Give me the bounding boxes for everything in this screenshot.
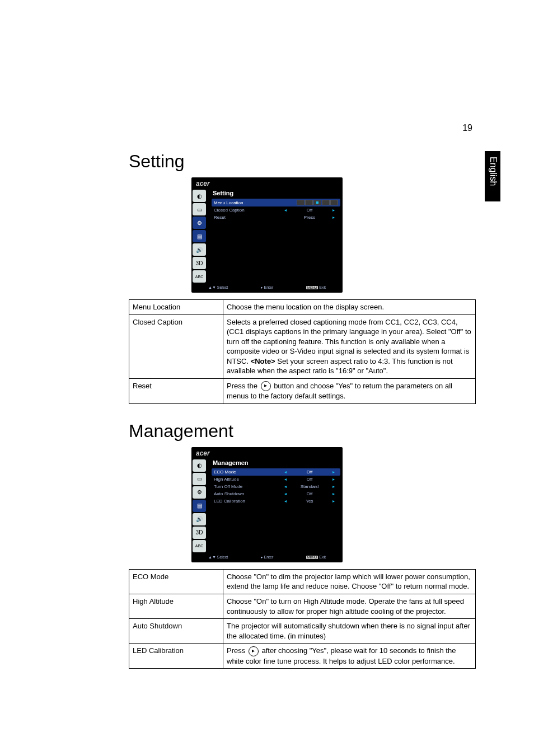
right-arrow-icon: ▸ <box>329 499 338 504</box>
language-icon: ABC <box>193 270 206 283</box>
osd-title: Managemen <box>212 458 340 468</box>
cell-desc: Selects a preferred closed captioning mo… <box>223 314 476 378</box>
left-arrow-icon: ◂ <box>281 477 290 482</box>
right-arrow-icon: ▸ <box>329 208 338 213</box>
color-wheel-icon: ◐ <box>193 459 206 472</box>
section-heading-management: Management <box>129 421 484 442</box>
table-row: Auto Shutdown The projector will automat… <box>129 619 476 644</box>
page-number: 19 <box>462 123 472 133</box>
language-tab: English <box>485 151 500 201</box>
text: Press the <box>227 382 260 390</box>
cell-desc: Choose the menu location on the display … <box>223 300 476 315</box>
osd-footer-select: ▲▼ Select <box>208 555 228 560</box>
note-label: <Note> <box>251 357 275 365</box>
cell-name: Auto Shutdown <box>129 619 223 644</box>
right-arrow-icon: ▸ <box>329 215 338 220</box>
osd-row-menu-location: Menu Location <box>212 199 340 206</box>
left-arrow-icon: ◂ <box>281 484 290 489</box>
osd-label: ECO Mode <box>214 469 281 475</box>
osd-footer: ▲▼ Select ▸ Enter MENUExit <box>191 284 343 290</box>
osd-row-eco: ECO Mode ◂ Off ▸ <box>212 468 340 476</box>
table-row: Closed Caption Selects a preferred close… <box>129 314 476 378</box>
osd-footer-select: ▲▼ Select <box>208 285 228 290</box>
language-icon: ABC <box>193 540 206 552</box>
osd-row-reset: Reset ◂ Press ▸ <box>212 214 340 221</box>
language-tab-label: English <box>488 157 498 186</box>
color-wheel-icon: ◐ <box>193 190 206 202</box>
osd-value: Standard <box>290 484 329 489</box>
settings-gear-icon: ⚙ <box>193 486 206 499</box>
osd-value: Off <box>290 208 329 213</box>
menu-location-icons <box>297 200 338 205</box>
osd-brand: acer <box>191 177 343 189</box>
osd-footer: ▲▼ Select ▸ Enter MENUExit <box>191 553 343 560</box>
left-arrow-icon: ◂ <box>281 491 290 496</box>
table-management: ECO Mode Choose "On" to dim the projecto… <box>129 569 476 669</box>
osd-footer-exit: MENUExit <box>306 555 326 560</box>
table-setting: Menu Location Choose the menu location o… <box>129 299 476 404</box>
cell-name: LED Calibration <box>129 644 223 669</box>
osd-sidebar: ◐ ▭ ⚙ ▤ 🔊 3D ABC <box>191 458 209 553</box>
osd-label: Closed Caption <box>214 208 281 213</box>
text: Press <box>227 646 247 655</box>
management-icon: ▤ <box>193 230 206 242</box>
cell-desc: Press ▸ after choosing "Yes", please wai… <box>223 644 476 669</box>
table-row: High Altitude Choose "On" to turn on Hig… <box>129 594 476 619</box>
right-arrow-icon: ▸ <box>329 469 338 475</box>
osd-value: Press <box>290 215 329 220</box>
osd-footer-enter: ▸ Enter <box>261 555 274 560</box>
osd-value: Off <box>290 469 329 475</box>
management-icon: ▤ <box>193 500 206 512</box>
table-row: Reset Press the ▸ button and choose "Yes… <box>129 378 476 403</box>
osd-sidebar: ◐ ▭ ⚙ ▤ 🔊 3D ABC <box>191 189 209 284</box>
left-arrow-icon: ◂ <box>281 469 290 475</box>
cell-desc: Choose "On" to dim the projector lamp wh… <box>223 569 476 594</box>
cell-desc: Choose "On" to turn on High Altitude mod… <box>223 594 476 619</box>
osd-footer-enter: ▸ Enter <box>261 285 274 290</box>
right-arrow-icon: ▸ <box>329 484 338 489</box>
cell-name: Reset <box>129 378 223 403</box>
osd-label: Menu Location <box>214 200 297 205</box>
osd-row-turn-off-mode: Turn Off Mode ◂ Standard ▸ <box>212 483 340 490</box>
osd-title: Setting <box>212 189 340 199</box>
osd-setting: acer ◐ ▭ ⚙ ▤ 🔊 3D ABC Setting Menu Locat… <box>191 177 343 293</box>
image-icon: ▭ <box>193 203 206 215</box>
image-icon: ▭ <box>193 473 206 485</box>
threed-icon: 3D <box>193 257 206 269</box>
cell-desc: The projector will automatically shutdow… <box>223 619 476 644</box>
section-heading-setting: Setting <box>129 151 484 172</box>
osd-management: acer ◐ ▭ ⚙ ▤ 🔊 3D ABC Managemen ECO Mode… <box>191 447 343 562</box>
cell-name: ECO Mode <box>129 569 223 594</box>
table-row: LED Calibration Press ▸ after choosing "… <box>129 644 476 669</box>
osd-brand: acer <box>191 447 343 458</box>
play-button-icon: ▸ <box>261 381 271 391</box>
threed-icon: 3D <box>193 527 206 539</box>
right-arrow-icon: ▸ <box>329 491 338 496</box>
osd-row-led-calibration: LED Calibration ◂ Yes ▸ <box>212 497 340 505</box>
osd-label: Reset <box>214 215 281 220</box>
osd-footer-exit: MENUExit <box>306 285 326 290</box>
cell-name: High Altitude <box>129 594 223 619</box>
audio-icon: 🔊 <box>193 243 206 256</box>
text: after choosing "Yes", please wait for 10… <box>227 646 456 665</box>
osd-row-auto-shutdown: Auto Shutdown ◂ Off ▸ <box>212 490 340 497</box>
osd-value: Off <box>290 491 329 496</box>
cell-desc: Press the ▸ button and choose "Yes" to r… <box>223 378 476 403</box>
osd-label: LED Calibration <box>214 499 281 504</box>
left-arrow-icon: ◂ <box>281 499 290 504</box>
right-arrow-icon: ▸ <box>329 477 338 482</box>
left-arrow-icon: ◂ <box>281 208 290 213</box>
osd-row-high-altitude: High Altitude ◂ Off ▸ <box>212 476 340 483</box>
audio-icon: 🔊 <box>193 513 206 525</box>
cell-name: Menu Location <box>129 300 223 315</box>
osd-label: Turn Off Mode <box>214 484 281 489</box>
osd-row-closed-caption: Closed Caption ◂ Off ▸ <box>212 206 340 214</box>
table-row: ECO Mode Choose "On" to dim the projecto… <box>129 569 476 594</box>
settings-gear-icon: ⚙ <box>193 217 206 229</box>
osd-value: Yes <box>290 499 329 504</box>
cell-name: Closed Caption <box>129 314 223 378</box>
osd-value: Off <box>290 477 329 482</box>
play-button-icon: ▸ <box>249 646 259 656</box>
osd-label: Auto Shutdown <box>214 491 281 496</box>
table-row: Menu Location Choose the menu location o… <box>129 300 476 315</box>
